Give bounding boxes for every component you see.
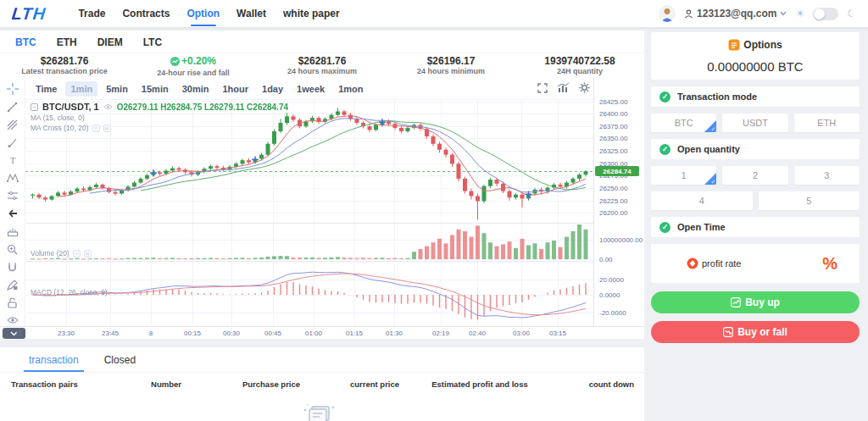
chart-up-icon xyxy=(731,297,741,307)
stat-24h-quantity: 1939740722.58 24H quantity xyxy=(515,53,644,78)
quantity-option-4[interactable]: 4 xyxy=(651,191,753,210)
price-tick: 26350.00 xyxy=(599,135,627,142)
interval-1min[interactable]: 1min xyxy=(65,81,97,97)
volume-settings-icon[interactable]: ◦ xyxy=(73,250,81,258)
ma-label: MA (15, close, 0) xyxy=(31,114,85,122)
user-icon xyxy=(684,9,693,19)
price-tick: 26325.00 xyxy=(599,147,627,155)
indicator-tick: -20.0000 xyxy=(599,309,626,317)
drawing-lock-icon[interactable] xyxy=(5,279,20,291)
avatar[interactable] xyxy=(659,5,676,22)
mode-option-btc[interactable]: BTC xyxy=(651,114,716,132)
sun-icon: ☀ xyxy=(795,8,804,19)
market-tab-diem[interactable]: DIEM xyxy=(97,36,123,48)
orders-tab-closed[interactable]: Closed xyxy=(104,354,136,372)
ma-cross-label: MA Cross (10, 20) xyxy=(31,124,89,132)
zoom-in-icon[interactable] xyxy=(5,243,20,255)
eye-icon[interactable] xyxy=(5,314,20,326)
time-tick: 00:45 xyxy=(264,330,281,337)
empty-state-icon xyxy=(298,402,341,421)
time-tick: 01:15 xyxy=(346,330,363,337)
orders-tab-transaction[interactable]: transaction xyxy=(29,354,79,372)
interval-time[interactable]: Time xyxy=(31,81,62,97)
orders-table-header: Transaction pairsNumberPurchase pricecur… xyxy=(0,378,644,395)
gann-tools-icon[interactable] xyxy=(5,119,20,130)
brush-icon[interactable] xyxy=(5,136,20,148)
market-tab-btc[interactable]: BTC xyxy=(15,36,36,48)
nav-item-white-paper[interactable]: white paper xyxy=(283,0,340,27)
arrow-left-icon[interactable] xyxy=(5,208,20,219)
time-axis[interactable]: 1523:3023:45800:1500:3000:4501:0001:1501… xyxy=(0,326,644,339)
mode-option-eth[interactable]: ETH xyxy=(794,114,860,132)
visibility-eye-icon[interactable] xyxy=(103,103,113,110)
interval-1week[interactable]: 1week xyxy=(292,81,330,97)
pattern-tool-icon[interactable] xyxy=(5,172,20,184)
interval-15min[interactable]: 15min xyxy=(136,81,174,97)
buy-up-button[interactable]: Buy up xyxy=(651,291,860,313)
indicator-tick: 20.0000 xyxy=(599,276,624,284)
indicator-icon[interactable] xyxy=(558,83,569,93)
market-tab-eth[interactable]: ETH xyxy=(57,36,77,48)
price-tick: 26200.00 xyxy=(599,209,627,217)
rise-icon xyxy=(170,57,180,69)
nav-item-trade[interactable]: Trade xyxy=(78,0,105,27)
mode-options: BTCUSDTETH xyxy=(651,114,860,132)
candlestick-chart-canvas[interactable] xyxy=(25,100,593,326)
mode-option-usdt[interactable]: USDT xyxy=(722,114,787,132)
buy-fall-button[interactable]: Buy or fall xyxy=(651,321,860,343)
volume-close-icon[interactable]: × xyxy=(84,250,92,258)
nav-item-wallet[interactable]: Wallet xyxy=(236,0,266,27)
section-transaction-mode: ✓ Transaction mode xyxy=(651,86,860,107)
interval-1day[interactable]: 1day xyxy=(257,81,288,97)
price-tick: 26225.00 xyxy=(599,197,627,205)
interval-30min[interactable]: 30min xyxy=(177,81,214,97)
user-menu[interactable]: 123123@qq.com xyxy=(684,8,787,19)
theme-toggle[interactable] xyxy=(813,8,838,20)
quantity-options-row2: 45 xyxy=(651,191,860,210)
quantity-option-3[interactable]: 3 xyxy=(794,166,860,185)
stats-row: $26281.76 Latest transaction price +0.20… xyxy=(0,53,644,78)
magnet-icon[interactable] xyxy=(5,261,20,273)
time-tick: 01:00 xyxy=(305,330,322,337)
ma-close-icon[interactable]: × xyxy=(103,125,111,132)
column-header: count down xyxy=(589,379,634,389)
time-tick: 00:30 xyxy=(223,330,240,337)
lock-icon[interactable] xyxy=(5,296,20,308)
crosshair-icon[interactable] xyxy=(5,83,20,95)
fullscreen-icon[interactable] xyxy=(537,83,548,93)
moon-icon: ☾ xyxy=(847,8,856,19)
quantity-option-2[interactable]: 2 xyxy=(722,166,787,185)
chevron-down-icon xyxy=(780,11,787,16)
interval-5min[interactable]: 5min xyxy=(101,81,133,97)
market-tab-ltc[interactable]: LTC xyxy=(143,36,162,48)
stat-24h-min: $26196.17 24 hours minimum xyxy=(387,53,515,78)
ma-settings-icon[interactable]: ◦ xyxy=(92,125,100,132)
app-logo: LTH xyxy=(11,4,47,24)
svg-text:T: T xyxy=(9,155,15,165)
trend-line-icon[interactable] xyxy=(5,101,20,113)
interval-1hour[interactable]: 1hour xyxy=(217,81,253,97)
nav-item-contracts[interactable]: Contracts xyxy=(122,0,170,27)
gear-icon[interactable] xyxy=(579,82,590,93)
stat-rise-fall: +0.20% 24-hour rise and fall xyxy=(129,53,258,78)
column-header: Purchase price xyxy=(242,379,300,389)
stat-latest-price: $26281.76 Latest transaction price xyxy=(0,53,129,78)
time-tick: 02:40 xyxy=(469,330,486,337)
legend-collapse-icon[interactable]: − xyxy=(31,103,38,111)
price-axis[interactable]: 26425.0026400.0026375.0026350.0026325.00… xyxy=(593,78,644,326)
time-tick: 03:15 xyxy=(549,330,566,337)
nav-item-option[interactable]: Option xyxy=(186,0,220,27)
check-icon: ✓ xyxy=(659,144,670,155)
check-icon: ✓ xyxy=(659,222,670,233)
quantity-option-5[interactable]: 5 xyxy=(759,191,860,210)
interval-1mon[interactable]: 1mon xyxy=(333,81,368,97)
top-navbar: LTH TradeContractsOptionWalletwhite pape… xyxy=(0,0,868,27)
time-tick: 8 xyxy=(149,330,153,337)
forecast-tool-icon[interactable] xyxy=(5,190,20,202)
text-tool-icon[interactable]: T xyxy=(5,154,20,166)
quantity-option-1[interactable]: 1 xyxy=(651,166,716,185)
measure-icon[interactable] xyxy=(5,225,20,237)
interval-toolbar: Time1min5min15min30min1hour1day1week1mon xyxy=(25,78,593,100)
price-tick: 26400.00 xyxy=(599,110,627,118)
user-email: 123123@qq.com xyxy=(697,8,776,19)
